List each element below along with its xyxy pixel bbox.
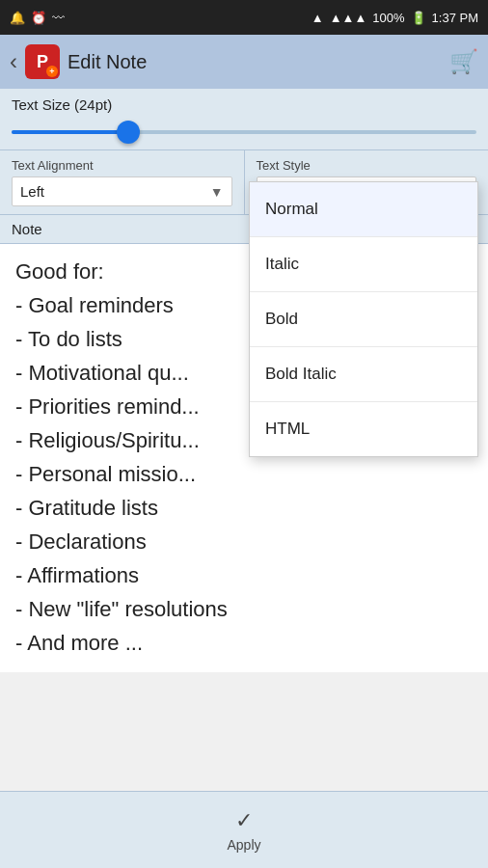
slider-track (12, 130, 476, 134)
page-title: Edit Note (68, 51, 147, 73)
dropdown-item-normal[interactable]: Normal (250, 182, 477, 237)
text-style-label: Text Style (257, 158, 477, 173)
back-button[interactable]: ‹ (10, 48, 17, 75)
check-icon: ✓ (235, 808, 253, 833)
cart-icon[interactable]: 🛒 (449, 48, 478, 75)
time-display: 1:37 PM (432, 11, 478, 25)
note-line: - Declarations (15, 526, 473, 557)
text-size-slider-container[interactable] (12, 119, 476, 146)
text-alignment-label: Text Alignment (12, 158, 232, 173)
battery-icon: 🔋 (411, 11, 426, 25)
app-icon-plus: + (46, 66, 58, 77)
signal-icon: ▲▲▲ (330, 11, 367, 25)
status-left: 🔔 ⏰ 〰 (10, 11, 65, 25)
slider-fill (12, 130, 128, 134)
dropdown-item-bold-italic[interactable]: Bold Italic (250, 347, 477, 402)
note-line: - Affirmations (15, 559, 473, 591)
battery-percent: 100% (372, 11, 404, 25)
clock-icon: ⏰ (31, 11, 46, 25)
note-line: - And more ... (15, 627, 473, 659)
text-size-section: Text Size (24pt) (0, 89, 488, 149)
wave-icon: 〰 (52, 11, 65, 25)
note-line: - New "life" resolutions (15, 593, 473, 625)
note-line: - Personal missio... (15, 458, 473, 490)
dropdown-item-italic[interactable]: Italic (250, 237, 477, 292)
apply-label: Apply (227, 837, 260, 853)
top-bar: ‹ P + Edit Note 🛒 (0, 35, 488, 89)
text-alignment-value: Left (20, 183, 44, 200)
note-line: - Gratitude lists (15, 492, 473, 524)
bottom-bar: ✓ Apply (0, 791, 488, 868)
text-alignment-chevron: ▼ (210, 184, 224, 200)
top-bar-left: ‹ P + Edit Note (10, 44, 147, 79)
app-icon: P + (25, 44, 60, 79)
text-alignment-selector[interactable]: Left ▼ (12, 176, 232, 206)
notification-icon: 🔔 (10, 11, 25, 25)
text-alignment-col: Text Alignment Left ▼ (0, 150, 245, 214)
status-bar: 🔔 ⏰ 〰 ▲ ▲▲▲ 100% 🔋 1:37 PM (0, 0, 488, 35)
text-style-dropdown: NormalItalicBoldBold ItalicHTML (249, 181, 478, 457)
status-right: ▲ ▲▲▲ 100% 🔋 1:37 PM (312, 11, 478, 25)
wifi-icon: ▲ (312, 11, 324, 25)
text-size-label: Text Size (24pt) (12, 96, 476, 113)
dropdown-item-html[interactable]: HTML (250, 402, 477, 456)
slider-thumb[interactable] (117, 121, 140, 144)
dropdown-item-bold[interactable]: Bold (250, 292, 477, 347)
